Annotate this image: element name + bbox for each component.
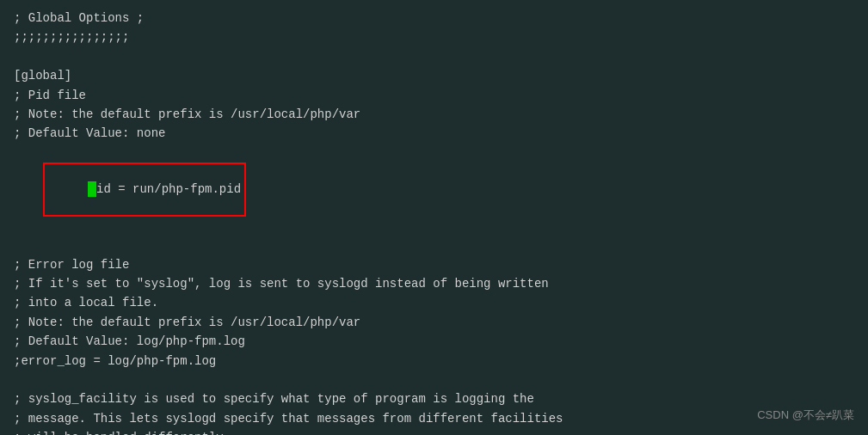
code-line-6: ; Note: the default prefix is /usr/local… bbox=[14, 105, 854, 124]
code-line-9 bbox=[14, 236, 854, 254]
code-line-17: ; syslog_facility is used to specify wha… bbox=[14, 389, 854, 408]
code-line-5: ; Pid file bbox=[14, 86, 854, 105]
code-line-19: ; will be handled differently. bbox=[14, 428, 854, 435]
code-line-pid: id = run/php-fpm.pid bbox=[14, 144, 854, 236]
code-line-7: ; Default Value: none bbox=[14, 124, 854, 143]
code-line-16 bbox=[14, 371, 854, 389]
code-line-11: ; If it's set to "syslog", log is sent t… bbox=[14, 274, 854, 293]
cursor-block bbox=[88, 181, 96, 197]
code-line-1: ; Global Options ; bbox=[14, 9, 854, 28]
code-line-3 bbox=[14, 47, 854, 66]
code-line-10: ; Error log file bbox=[14, 255, 854, 274]
code-line-2: ;;;;;;;;;;;;;;;; bbox=[14, 28, 854, 46]
code-line-12: ; into a local file. bbox=[14, 293, 854, 312]
pid-text: id = run/php-fpm.pid bbox=[96, 182, 241, 196]
pid-highlighted-box: id = run/php-fpm.pid bbox=[43, 162, 246, 217]
code-line-14: ; Default Value: log/php-fpm.log bbox=[14, 332, 854, 351]
watermark: CSDN @不会≠趴菜 bbox=[757, 407, 854, 425]
code-line-18: ; message. This lets syslogd specify tha… bbox=[14, 409, 854, 428]
code-line-4: [global] bbox=[14, 66, 854, 85]
code-line-15: ;error_log = log/php-fpm.log bbox=[14, 352, 854, 371]
code-editor: ; Global Options ; ;;;;;;;;;;;;;;;; [glo… bbox=[0, 0, 868, 435]
code-line-13: ; Note: the default prefix is /usr/local… bbox=[14, 313, 854, 332]
